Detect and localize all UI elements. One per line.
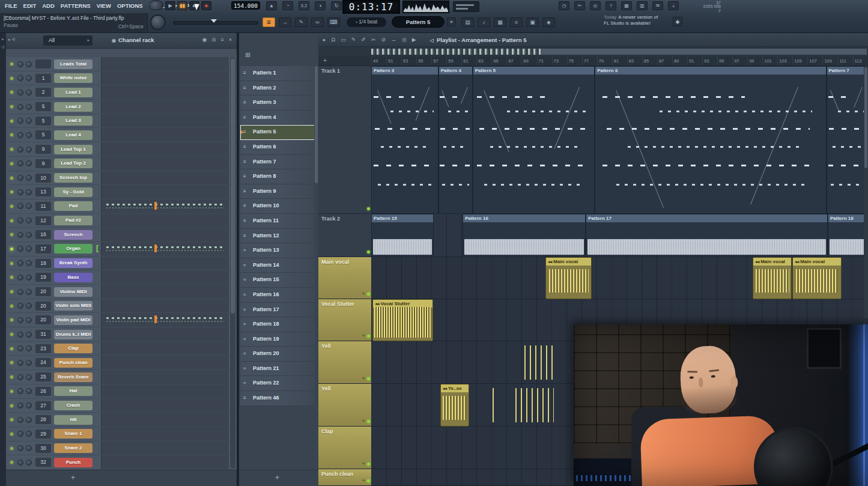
select-tool-icon[interactable]: ▭ (341, 37, 346, 43)
playlist-clip[interactable]: ◂◂Pattern 17 (586, 214, 828, 257)
mute-led[interactable] (10, 433, 13, 436)
pattern-item[interactable]: ≡ Pattern 5 (240, 125, 315, 140)
track-add-icon[interactable]: + (362, 460, 365, 467)
scrollbar-thumb[interactable] (315, 66, 318, 183)
volume-knob[interactable] (26, 75, 32, 81)
browser-icon[interactable]: ▣ (526, 17, 539, 27)
mute-led[interactable] (10, 219, 13, 222)
slip-tool-icon[interactable]: ↔ (391, 37, 396, 43)
channel-button[interactable]: Hat (54, 386, 93, 396)
channel-button[interactable]: Punch (54, 458, 93, 467)
pan-knob[interactable] (17, 360, 23, 366)
rack-nav-arrows[interactable]: ▸ ⟲ (8, 37, 15, 42)
channel-number[interactable]: 20 (35, 315, 51, 324)
channel-preview[interactable] (101, 114, 229, 128)
playlist-minimap[interactable] (318, 47, 868, 56)
mute-led[interactable] (10, 205, 13, 208)
channel-preview[interactable] (101, 384, 229, 398)
channel-button[interactable]: Pad #2 (54, 216, 93, 225)
clip-header[interactable]: ◂◂Pattern 7 (827, 67, 867, 74)
channel-filter-dropdown[interactable]: All ▸ (43, 35, 93, 46)
channel-row[interactable]: 31 Drums k..t MIDI [ (6, 327, 237, 342)
playlist-clip[interactable]: ◂◂Pattern 4 (439, 66, 473, 214)
track-add-icon[interactable]: + (362, 332, 365, 339)
volume-knob[interactable] (26, 246, 32, 252)
channel-number[interactable]: 5 (35, 117, 51, 126)
channel-row[interactable]: 20 Violins MIDI [ (6, 285, 237, 299)
clip-header[interactable]: ◂◂Main vocal (546, 258, 591, 266)
clip-header[interactable]: ◂◂Vocal Stutter (373, 300, 432, 308)
magnet-icon[interactable]: Ω (332, 37, 336, 43)
channel-preview[interactable] (101, 171, 229, 185)
volume-knob[interactable] (26, 460, 32, 466)
channel-button[interactable]: Break Synth (54, 258, 93, 268)
mute-led[interactable] (10, 375, 13, 378)
clip-header[interactable]: ◂◂Pattern 5 (473, 67, 594, 74)
channel-number[interactable]: 25 (35, 372, 51, 381)
track-armed-dot[interactable] (367, 207, 370, 210)
channel-number[interactable]: 26 (35, 387, 51, 396)
channel-row[interactable]: 1 White noise [ (6, 71, 237, 86)
channel-row[interactable]: Leads Total [ (6, 57, 237, 71)
channel-preview[interactable] (101, 427, 229, 441)
pattern-item[interactable]: ≡ Pattern 2 (240, 81, 315, 96)
volume-knob[interactable] (26, 289, 32, 295)
snap-selector[interactable]: ▾ 1/4 beat (347, 17, 386, 27)
playlist-scrollbar[interactable] (864, 66, 868, 318)
pattern-item[interactable]: ≡ Pattern 6 (240, 140, 315, 155)
pan-knob[interactable] (17, 90, 23, 96)
mute-led[interactable] (10, 318, 13, 321)
channel-preview[interactable] (101, 285, 229, 299)
wait-for-input-icon[interactable]: ◔ (282, 1, 293, 10)
mute-led[interactable] (10, 404, 13, 407)
keyboard-icon[interactable]: ⌨ (327, 17, 340, 27)
mute-led[interactable] (10, 305, 13, 308)
pan-knob[interactable] (17, 203, 23, 209)
channel-button[interactable]: Lead Top 1 (54, 145, 93, 154)
channel-number[interactable]: 5 (35, 130, 51, 139)
volume-knob[interactable] (26, 317, 32, 323)
channel-row[interactable]: 13 Sy - Gold [ (6, 185, 237, 199)
add-marker-button[interactable]: + (323, 57, 327, 64)
pan-knob[interactable] (17, 303, 23, 309)
channel-row[interactable]: 28 Hit [ (6, 413, 237, 427)
playlist-clip[interactable]: ◂◂Pattern 15 (371, 214, 434, 257)
mute-led[interactable] (10, 77, 13, 80)
pattern-item[interactable]: ≈ Pattern 19 (240, 332, 315, 347)
pan-knob[interactable] (17, 345, 23, 351)
playlist-clip[interactable]: ◂◂Pattern 3 (371, 66, 439, 214)
slice-tool-icon[interactable]: ✂ (371, 37, 376, 43)
channel-row[interactable]: 5 Lead 4 [ (6, 128, 237, 142)
clip-header[interactable]: ◂◂Ye..se (441, 384, 469, 392)
playlist-window-icon[interactable]: ▤ (461, 17, 474, 27)
mute-led[interactable] (10, 347, 13, 350)
help-icon[interactable]: ? (605, 1, 616, 10)
volume-knob[interactable] (26, 360, 32, 366)
track-armed-dot[interactable] (367, 463, 370, 466)
paint-tool-icon[interactable]: ✐ (361, 37, 366, 43)
mute-led[interactable] (10, 177, 13, 180)
pan-knob[interactable] (17, 175, 23, 181)
download-icon[interactable]: ⇣ (668, 1, 679, 10)
clip-header[interactable]: ◂◂Main vocal (793, 258, 841, 266)
playlist-clip[interactable]: ◂◂ (515, 384, 554, 427)
playlist-clip[interactable]: ◂◂ (524, 341, 556, 384)
pan-knob[interactable] (17, 460, 23, 466)
channel-button[interactable]: Bass (54, 273, 93, 282)
channel-button[interactable]: Pad (54, 201, 93, 211)
pan-knob[interactable] (17, 332, 23, 338)
playlist-clip[interactable]: ◂◂Ye..se (440, 384, 469, 427)
channel-number[interactable]: 20 (35, 287, 51, 296)
playlist-clip[interactable]: ◂◂Vocal Stutter (372, 299, 432, 341)
metronome-icon[interactable]: ▲ (266, 1, 277, 10)
channel-number[interactable]: 16 (35, 230, 51, 239)
menu-item[interactable]: PATTERNS (58, 1, 93, 10)
zoom-tool-icon[interactable]: ◎ (402, 37, 407, 43)
mute-led[interactable] (10, 148, 13, 151)
play-button-icon[interactable]: ▶ (165, 1, 175, 10)
channel-row[interactable]: 24 Punch clean [ (6, 356, 237, 370)
channel-preview[interactable] (101, 71, 229, 85)
channel-row[interactable]: 30 Snare 2 [ (6, 442, 237, 456)
volume-knob[interactable] (26, 189, 32, 195)
mute-led[interactable] (10, 133, 13, 136)
